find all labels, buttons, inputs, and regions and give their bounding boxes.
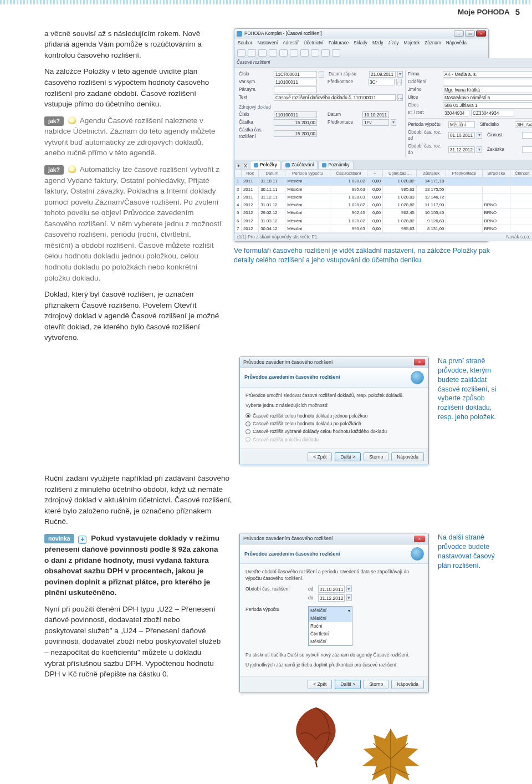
- input[interactable]: [443, 79, 532, 85]
- cancel-button[interactable]: Storno: [364, 452, 388, 461]
- menu-item[interactable]: Majetek: [404, 40, 420, 47]
- column-header[interactable]: Datum: [259, 169, 285, 177]
- cancel-button[interactable]: Storno: [364, 680, 388, 689]
- input[interactable]: 3Cr: [368, 79, 395, 85]
- date-picker-button[interactable]: ▾: [346, 586, 352, 592]
- date-picker-button[interactable]: ▾: [346, 594, 352, 601]
- polozky-grid[interactable]: RokDatumPerioda výpočtuČas.rozlišení+Upl…: [234, 169, 532, 233]
- input[interactable]: 33044934: [443, 110, 469, 116]
- column-header[interactable]: Čas.rozlišení: [330, 169, 367, 177]
- tab-zauctovani[interactable]: Zaúčtování: [282, 161, 318, 169]
- dropdown-option[interactable]: Měsíční: [309, 614, 352, 622]
- column-header[interactable]: Středisko: [482, 169, 510, 177]
- input[interactable]: AK - Media a. s.: [443, 71, 532, 78]
- menu-item[interactable]: Soubor: [238, 40, 252, 47]
- table-row[interactable]: 2201130.11.11Měsíční995,630,00995,6313 1…: [235, 185, 533, 193]
- dropdown-option[interactable]: Měsíční: [309, 638, 352, 645]
- dropdown-option[interactable]: Roční: [309, 622, 352, 630]
- input[interactable]: JIHLAVA: [515, 121, 532, 128]
- tab-toggles[interactable]: ✶: [236, 164, 241, 169]
- column-header[interactable]: +: [367, 169, 382, 177]
- input[interactable]: Masarykovo náměstí 6: [443, 94, 532, 101]
- menu-item[interactable]: Sklady: [354, 40, 367, 47]
- toolbar-button[interactable]: [269, 49, 277, 57]
- table-row[interactable]: 1201131.10.11Měsíční1 028,820,001 028,82…: [235, 177, 533, 185]
- picker-button[interactable]: ▾: [477, 146, 482, 153]
- radio-option[interactable]: Časově rozlišit vybrané doklady celou ho…: [245, 428, 423, 435]
- toolbar-button[interactable]: [311, 49, 319, 57]
- input[interactable]: 110100011: [274, 79, 317, 85]
- menu-item[interactable]: Nastavení: [257, 40, 278, 47]
- picker-button[interactable]: ▾: [397, 71, 403, 78]
- dropdown-option[interactable]: Čtvrtletní: [309, 630, 352, 638]
- toolbar-button[interactable]: [321, 49, 330, 57]
- input[interactable]: 01.10.2011: [448, 132, 475, 139]
- toolbar-button[interactable]: [279, 49, 288, 57]
- column-header[interactable]: Rok: [242, 169, 259, 177]
- input[interactable]: [274, 86, 317, 93]
- column-header[interactable]: Činnost: [510, 169, 532, 177]
- back-button[interactable]: < Zpět: [308, 680, 332, 689]
- label: Firma: [408, 71, 441, 78]
- close-button[interactable]: ×: [476, 30, 486, 37]
- toolbar-button[interactable]: [237, 49, 245, 57]
- picker-button[interactable]: ▾: [391, 119, 396, 126]
- label: Zakázka: [487, 146, 520, 153]
- help-button[interactable]: Nápověda: [391, 680, 424, 689]
- input[interactable]: 21.09.2011: [369, 71, 396, 78]
- table-row[interactable]: 4201231.01.12Měsíční1 028,820,001 028,82…: [235, 201, 533, 209]
- menu-item[interactable]: Adresář: [283, 40, 299, 47]
- menu-item[interactable]: Fakturace: [329, 40, 349, 47]
- date-input[interactable]: 31.12.2012: [318, 594, 345, 602]
- picker-button[interactable]: ▾: [477, 132, 482, 139]
- toolbar-button[interactable]: [248, 49, 256, 57]
- tab-toggles[interactable]: X: [243, 164, 248, 169]
- radio-option-disabled: Časově rozlišit položku dokladu: [245, 436, 423, 443]
- toolbar-button[interactable]: [332, 49, 340, 57]
- back-button[interactable]: < Zpět: [308, 452, 332, 461]
- table-row[interactable]: 3201131.12.11Měsíční1 028,830,001 028,83…: [235, 193, 533, 201]
- input[interactable]: CZ33044934: [471, 110, 514, 116]
- menu-item[interactable]: Záznam: [424, 40, 441, 47]
- menu-item[interactable]: Nápověda: [446, 40, 467, 47]
- period-dropdown[interactable]: Měsíční▾ Měsíční Roční Čtvrtletní Měsíčn…: [308, 606, 352, 646]
- next-button[interactable]: Další >: [335, 680, 361, 689]
- toolbar-button[interactable]: [290, 49, 298, 57]
- picker-button[interactable]: …: [396, 79, 402, 85]
- close-button[interactable]: ×: [414, 536, 425, 542]
- help-button[interactable]: Nápověda: [391, 452, 424, 461]
- table-row[interactable]: 5201229.02.12Měsíční962,450,00962,4510 1…: [235, 209, 533, 217]
- input[interactable]: [522, 146, 532, 153]
- date-input[interactable]: 01.10.2011: [318, 586, 345, 593]
- column-header[interactable]: Perioda výpočtu: [285, 169, 330, 177]
- input[interactable]: Časové rozlišení daňového dokladu č. 110…: [274, 94, 396, 101]
- next-button[interactable]: Další >: [335, 452, 361, 461]
- bulb-icon: [68, 165, 76, 173]
- column-header[interactable]: Předkontace: [446, 169, 482, 177]
- minimize-button[interactable]: –: [454, 30, 464, 37]
- picker-button[interactable]: …: [319, 71, 324, 78]
- picker-button[interactable]: …: [397, 94, 403, 101]
- input[interactable]: 586 01 Jihlava 1: [443, 102, 532, 109]
- tab-polozky[interactable]: Položky: [250, 161, 281, 169]
- radio-option[interactable]: Časově rozlišit celou hodnotu dokladu je…: [245, 413, 423, 419]
- column-header[interactable]: Zůstatek: [416, 169, 446, 177]
- input[interactable]: [522, 132, 532, 139]
- input[interactable]: 31.12.2012: [448, 146, 475, 153]
- radio-option[interactable]: Časově rozlišit celou hodnotu dokladu po…: [245, 420, 423, 427]
- menu-item[interactable]: Účetnictví: [304, 40, 324, 47]
- table-row[interactable]: 6201231.03.12Měsíční1 028,820,001 028,82…: [235, 217, 533, 225]
- close-button[interactable]: ×: [414, 359, 425, 365]
- maximize-button[interactable]: ▭: [465, 30, 475, 37]
- column-header[interactable]: Uplat.čas…: [383, 169, 417, 177]
- menu-item[interactable]: Mzdy: [372, 40, 383, 47]
- toolbar-button[interactable]: [300, 49, 309, 57]
- menu-item[interactable]: Jízdy: [388, 40, 398, 47]
- input[interactable]: Měsíční: [448, 121, 475, 128]
- page-stripe: [0, 0, 532, 4]
- tab-poznamky[interactable]: Poznámky: [318, 161, 353, 169]
- toolbar-button[interactable]: [258, 49, 267, 57]
- input[interactable]: 11CR00001: [274, 71, 317, 78]
- input[interactable]: Mgr. Ivana Krátká: [443, 86, 532, 93]
- table-row[interactable]: 7201230.04.12Měsíční995,630,00995,638 13…: [235, 225, 533, 233]
